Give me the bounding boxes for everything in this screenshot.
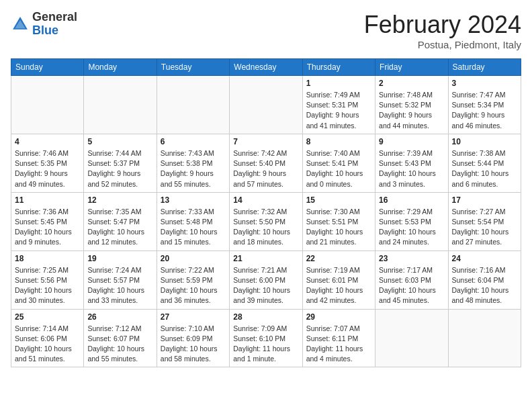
calendar-week-row: 25Sunrise: 7:14 AMSunset: 6:06 PMDayligh… (11, 309, 521, 367)
day-number: 28 (233, 312, 298, 322)
day-content: Sunrise: 7:09 AMSunset: 6:10 PMDaylight:… (233, 324, 298, 365)
day-number: 8 (306, 137, 371, 146)
logo-text: General Blue (32, 11, 77, 38)
calendar-week-row: 18Sunrise: 7:25 AMSunset: 5:56 PMDayligh… (11, 250, 521, 309)
day-content: Sunrise: 7:32 AMSunset: 5:50 PMDaylight:… (233, 207, 298, 248)
col-header-sunday: Sunday (11, 59, 84, 76)
day-content: Sunrise: 7:25 AMSunset: 5:56 PMDaylight:… (15, 265, 80, 306)
calendar-day-cell: 13Sunrise: 7:33 AMSunset: 5:48 PMDayligh… (157, 192, 229, 250)
calendar-week-row: 1Sunrise: 7:49 AMSunset: 5:31 PMDaylight… (11, 76, 521, 134)
day-number: 5 (87, 137, 152, 146)
title-block: February 2024 Postua, Piedmont, Italy (364, 11, 521, 50)
calendar-day-cell: 26Sunrise: 7:12 AMSunset: 6:07 PMDayligh… (84, 309, 157, 367)
calendar-day-cell: 25Sunrise: 7:14 AMSunset: 6:06 PMDayligh… (11, 309, 84, 367)
calendar-day-cell: 21Sunrise: 7:21 AMSunset: 6:00 PMDayligh… (230, 250, 302, 309)
day-number: 21 (233, 254, 298, 263)
calendar-day-cell: 29Sunrise: 7:07 AMSunset: 6:11 PMDayligh… (302, 309, 375, 367)
calendar-day-cell: 11Sunrise: 7:36 AMSunset: 5:45 PMDayligh… (11, 192, 84, 250)
calendar-day-cell: 2Sunrise: 7:48 AMSunset: 5:32 PMDaylight… (375, 76, 448, 134)
day-number: 23 (379, 254, 444, 263)
day-number: 29 (306, 312, 371, 322)
day-number: 10 (452, 137, 517, 146)
day-content: Sunrise: 7:47 AMSunset: 5:34 PMDaylight:… (452, 90, 517, 131)
day-content: Sunrise: 7:24 AMSunset: 5:57 PMDaylight:… (87, 265, 152, 306)
day-number: 11 (15, 195, 80, 205)
day-number: 15 (306, 195, 371, 205)
col-header-friday: Friday (375, 59, 448, 76)
day-number: 13 (161, 195, 226, 205)
day-number: 25 (15, 312, 80, 322)
day-number: 18 (15, 254, 80, 263)
day-content: Sunrise: 7:44 AMSunset: 5:37 PMDaylight:… (87, 148, 152, 189)
calendar-day-cell: 16Sunrise: 7:29 AMSunset: 5:53 PMDayligh… (375, 192, 448, 250)
day-number: 12 (87, 195, 152, 205)
calendar-day-cell: 15Sunrise: 7:30 AMSunset: 5:51 PMDayligh… (302, 192, 375, 250)
logo-general: General (32, 10, 77, 24)
day-content: Sunrise: 7:12 AMSunset: 6:07 PMDaylight:… (87, 324, 152, 365)
day-content: Sunrise: 7:38 AMSunset: 5:44 PMDaylight:… (452, 148, 517, 189)
calendar-table: SundayMondayTuesdayWednesdayThursdayFrid… (11, 58, 521, 367)
day-content: Sunrise: 7:43 AMSunset: 5:38 PMDaylight:… (161, 148, 226, 189)
day-number: 9 (379, 137, 444, 146)
calendar-day-cell: 24Sunrise: 7:16 AMSunset: 6:04 PMDayligh… (448, 250, 521, 309)
calendar-day-cell: 10Sunrise: 7:38 AMSunset: 5:44 PMDayligh… (448, 134, 521, 192)
calendar-day-cell: 7Sunrise: 7:42 AMSunset: 5:40 PMDaylight… (230, 134, 302, 192)
day-number: 6 (161, 137, 226, 146)
day-content: Sunrise: 7:21 AMSunset: 6:00 PMDaylight:… (233, 265, 298, 306)
col-header-thursday: Thursday (302, 59, 375, 76)
calendar-day-cell (230, 76, 302, 134)
day-content: Sunrise: 7:14 AMSunset: 6:06 PMDaylight:… (15, 324, 80, 365)
calendar-day-cell: 9Sunrise: 7:39 AMSunset: 5:43 PMDaylight… (375, 134, 448, 192)
logo: General Blue (11, 11, 77, 38)
calendar-day-cell: 17Sunrise: 7:27 AMSunset: 5:54 PMDayligh… (448, 192, 521, 250)
day-content: Sunrise: 7:29 AMSunset: 5:53 PMDaylight:… (379, 207, 444, 248)
day-number: 3 (452, 79, 517, 88)
day-content: Sunrise: 7:40 AMSunset: 5:41 PMDaylight:… (306, 148, 371, 189)
day-content: Sunrise: 7:17 AMSunset: 6:03 PMDaylight:… (379, 265, 444, 306)
calendar-day-cell: 4Sunrise: 7:46 AMSunset: 5:35 PMDaylight… (11, 134, 84, 192)
calendar-day-cell: 20Sunrise: 7:22 AMSunset: 5:59 PMDayligh… (157, 250, 229, 309)
calendar-day-cell: 1Sunrise: 7:49 AMSunset: 5:31 PMDaylight… (302, 76, 375, 134)
col-header-monday: Monday (84, 59, 157, 76)
day-number: 14 (233, 195, 298, 205)
day-content: Sunrise: 7:46 AMSunset: 5:35 PMDaylight:… (15, 148, 80, 189)
day-number: 20 (161, 254, 226, 263)
calendar-day-cell: 22Sunrise: 7:19 AMSunset: 6:01 PMDayligh… (302, 250, 375, 309)
day-number: 24 (452, 254, 517, 263)
day-number: 1 (306, 79, 371, 88)
day-content: Sunrise: 7:48 AMSunset: 5:32 PMDaylight:… (379, 90, 444, 131)
calendar-week-row: 11Sunrise: 7:36 AMSunset: 5:45 PMDayligh… (11, 192, 521, 250)
calendar-week-row: 4Sunrise: 7:46 AMSunset: 5:35 PMDaylight… (11, 134, 521, 192)
day-number: 26 (87, 312, 152, 322)
calendar-day-cell: 8Sunrise: 7:40 AMSunset: 5:41 PMDaylight… (302, 134, 375, 192)
day-content: Sunrise: 7:49 AMSunset: 5:31 PMDaylight:… (306, 90, 371, 131)
calendar-day-cell (157, 76, 229, 134)
day-content: Sunrise: 7:19 AMSunset: 6:01 PMDaylight:… (306, 265, 371, 306)
calendar-day-cell: 5Sunrise: 7:44 AMSunset: 5:37 PMDaylight… (84, 134, 157, 192)
calendar-day-cell: 12Sunrise: 7:35 AMSunset: 5:47 PMDayligh… (84, 192, 157, 250)
calendar-day-cell: 28Sunrise: 7:09 AMSunset: 6:10 PMDayligh… (230, 309, 302, 367)
calendar-day-cell: 19Sunrise: 7:24 AMSunset: 5:57 PMDayligh… (84, 250, 157, 309)
calendar-day-cell: 14Sunrise: 7:32 AMSunset: 5:50 PMDayligh… (230, 192, 302, 250)
day-content: Sunrise: 7:16 AMSunset: 6:04 PMDaylight:… (452, 265, 517, 306)
calendar-day-cell: 18Sunrise: 7:25 AMSunset: 5:56 PMDayligh… (11, 250, 84, 309)
calendar-header-row: SundayMondayTuesdayWednesdayThursdayFrid… (11, 59, 521, 76)
day-content: Sunrise: 7:30 AMSunset: 5:51 PMDaylight:… (306, 207, 371, 248)
day-number: 16 (379, 195, 444, 205)
day-content: Sunrise: 7:39 AMSunset: 5:43 PMDaylight:… (379, 148, 444, 189)
calendar-day-cell (84, 76, 157, 134)
logo-blue: Blue (32, 24, 58, 37)
day-content: Sunrise: 7:27 AMSunset: 5:54 PMDaylight:… (452, 207, 517, 248)
location: Postua, Piedmont, Italy (364, 39, 521, 50)
col-header-tuesday: Tuesday (157, 59, 229, 76)
day-number: 17 (452, 195, 517, 205)
day-number: 4 (15, 137, 80, 146)
day-number: 2 (379, 79, 444, 88)
day-content: Sunrise: 7:07 AMSunset: 6:11 PMDaylight:… (306, 324, 371, 365)
day-content: Sunrise: 7:10 AMSunset: 6:09 PMDaylight:… (161, 324, 226, 365)
calendar-day-cell: 23Sunrise: 7:17 AMSunset: 6:03 PMDayligh… (375, 250, 448, 309)
day-content: Sunrise: 7:22 AMSunset: 5:59 PMDaylight:… (161, 265, 226, 306)
day-content: Sunrise: 7:36 AMSunset: 5:45 PMDaylight:… (15, 207, 80, 248)
col-header-wednesday: Wednesday (230, 59, 302, 76)
day-number: 27 (161, 312, 226, 322)
